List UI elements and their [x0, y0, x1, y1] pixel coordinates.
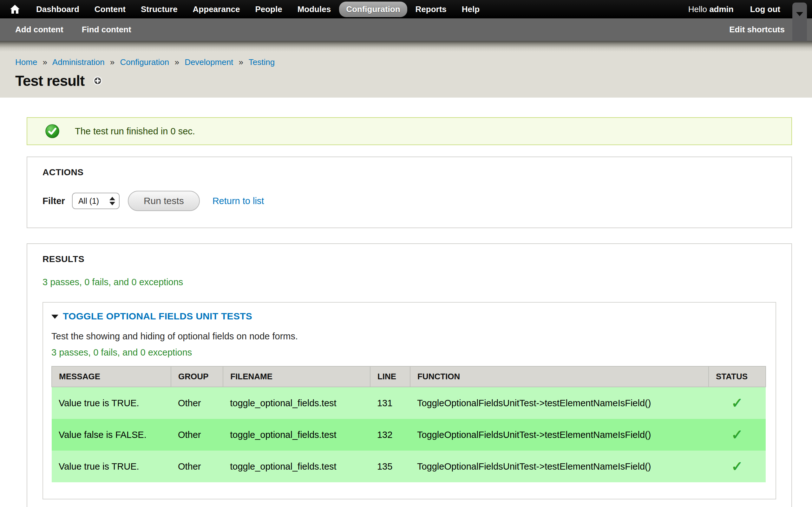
main-content: The test run finished in 0 sec. ACTIONS … — [0, 117, 812, 507]
status-ok-icon — [45, 124, 60, 138]
run-tests-button[interactable]: Run tests — [128, 191, 200, 211]
cell-status: ✓ — [709, 387, 766, 419]
test-group-description: Test the showing and hiding of optional … — [51, 331, 766, 342]
pass-check-icon: ✓ — [731, 427, 743, 442]
col-header-message: MESSAGE — [52, 366, 171, 387]
return-to-list-link[interactable]: Return to list — [212, 196, 264, 206]
logout-link[interactable]: Log out — [750, 4, 780, 14]
cell-filename: toggle_optional_fields.test — [223, 419, 370, 451]
cell-function: ToggleOptionalFieldsUnitTest->testElemen… — [410, 387, 709, 419]
breadcrumb-configuration[interactable]: Configuration — [120, 57, 169, 67]
status-message: The test run finished in 0 sec. — [27, 117, 792, 145]
cell-function: ToggleOptionalFieldsUnitTest->testElemen… — [410, 451, 709, 482]
toolbar-item-structure[interactable]: Structure — [134, 2, 185, 17]
breadcrumb-home[interactable]: Home — [15, 57, 37, 67]
toolbar-drawer-toggle[interactable] — [792, 3, 807, 41]
breadcrumb-testing[interactable]: Testing — [249, 57, 275, 67]
table-row: Value false is FALSE. Other toggle_optio… — [52, 419, 766, 451]
filter-label: Filter — [43, 196, 65, 206]
chevron-down-icon — [796, 12, 803, 16]
select-arrows-icon — [109, 197, 115, 205]
col-header-group: GROUP — [171, 366, 223, 387]
breadcrumb-separator: » — [43, 57, 47, 67]
col-header-function: FUNCTION — [410, 366, 709, 387]
toolbar-item-reports[interactable]: Reports — [409, 2, 454, 17]
results-summary: 3 passes, 0 fails, and 0 exceptions — [43, 277, 776, 287]
status-message-text: The test run finished in 0 sec. — [75, 126, 195, 136]
table-row: Value true is TRUE. Other toggle_optiona… — [52, 387, 766, 419]
cell-message: Value true is TRUE. — [52, 387, 171, 419]
admin-toolbar: Dashboard Content Structure Appearance P… — [0, 0, 812, 18]
cell-line: 135 — [370, 451, 410, 482]
cell-line: 131 — [370, 387, 410, 419]
username: admin — [709, 4, 734, 14]
results-legend: RESULTS — [43, 254, 776, 264]
toolbar-item-appearance[interactable]: Appearance — [186, 2, 247, 17]
cell-status: ✓ — [709, 419, 766, 451]
results-table: MESSAGE GROUP FILENAME LINE FUNCTION STA… — [51, 366, 766, 482]
cell-status: ✓ — [709, 451, 766, 482]
toolbar-item-content[interactable]: Content — [88, 2, 133, 17]
cell-group: Other — [171, 451, 223, 482]
results-fieldset: RESULTS 3 passes, 0 fails, and 0 excepti… — [27, 243, 792, 507]
user-greeting: Hello admin — [688, 4, 734, 14]
breadcrumb-administration[interactable]: Administration — [52, 57, 105, 67]
table-header-row: MESSAGE GROUP FILENAME LINE FUNCTION STA… — [52, 366, 766, 387]
pass-check-icon: ✓ — [731, 395, 743, 411]
page-title: Test result — [15, 72, 84, 89]
shortcut-bar: Add content Find content Edit shortcuts — [0, 18, 812, 41]
collapse-arrow-icon — [51, 315, 58, 319]
actions-fieldset: ACTIONS Filter All (1) Run tests Return … — [27, 157, 792, 228]
cell-group: Other — [171, 387, 223, 419]
breadcrumb-separator: » — [239, 57, 243, 67]
toolbar-menu: Dashboard Content Structure Appearance P… — [29, 2, 487, 17]
home-button[interactable] — [6, 0, 24, 18]
toolbar-item-modules[interactable]: Modules — [291, 2, 338, 17]
page-header: Home » Administration » Configuration » … — [0, 41, 812, 98]
cell-filename: toggle_optional_fields.test — [223, 387, 370, 419]
cell-message: Value true is TRUE. — [52, 451, 171, 482]
col-header-filename: FILENAME — [223, 366, 370, 387]
filter-select[interactable]: All (1) — [72, 193, 119, 209]
breadcrumb-development[interactable]: Development — [185, 57, 233, 67]
breadcrumb-separator: » — [110, 57, 114, 67]
test-group-title-link[interactable]: TOGGLE OPTIONAL FIELDS UNIT TESTS — [63, 311, 252, 322]
cell-filename: toggle_optional_fields.test — [223, 451, 370, 482]
toolbar-item-people[interactable]: People — [248, 2, 289, 17]
actions-legend: ACTIONS — [43, 167, 776, 177]
shortcut-find-content[interactable]: Find content — [82, 25, 131, 35]
cell-line: 132 — [370, 419, 410, 451]
filter-selected-value: All (1) — [78, 196, 99, 206]
home-icon — [9, 4, 20, 14]
cell-group: Other — [171, 419, 223, 451]
cell-message: Value false is FALSE. — [52, 419, 171, 451]
breadcrumb: Home » Administration » Configuration » … — [15, 57, 812, 67]
shortcut-add-content[interactable]: Add content — [15, 25, 63, 35]
toolbar-item-dashboard[interactable]: Dashboard — [29, 2, 86, 17]
test-group-fieldset: TOGGLE OPTIONAL FIELDS UNIT TESTS Test t… — [43, 302, 776, 499]
col-header-status: STATUS — [709, 366, 766, 387]
test-group-legend: TOGGLE OPTIONAL FIELDS UNIT TESTS — [51, 311, 766, 322]
breadcrumb-separator: » — [174, 57, 179, 67]
table-row: Value true is TRUE. Other toggle_optiona… — [52, 451, 766, 482]
edit-shortcuts-link[interactable]: Edit shortcuts — [729, 25, 785, 35]
col-header-line: LINE — [370, 366, 410, 387]
pass-check-icon: ✓ — [731, 458, 743, 474]
toolbar-item-help[interactable]: Help — [455, 2, 487, 17]
cell-function: ToggleOptionalFieldsUnitTest->testElemen… — [410, 419, 709, 451]
add-shortcut-plus-icon[interactable] — [93, 76, 103, 86]
test-group-summary: 3 passes, 0 fails, and 0 exceptions — [51, 347, 766, 358]
toolbar-item-configuration[interactable]: Configuration — [339, 2, 407, 17]
